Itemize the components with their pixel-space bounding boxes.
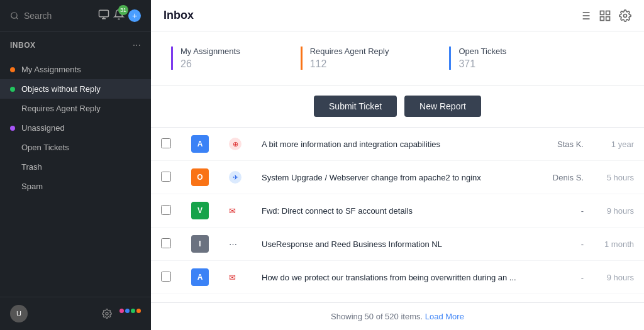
sidebar-item-spam[interactable]: Spam bbox=[0, 177, 151, 196]
footer-count: Showing 50 of 520 items. bbox=[331, 312, 423, 321]
search-icon bbox=[10, 11, 19, 20]
avatar: A bbox=[191, 268, 209, 286]
time-ago: 1 year bbox=[594, 128, 644, 161]
inbox-section: INBOX ··· bbox=[0, 32, 151, 60]
sidebar-nav: My Assignments Objects without Reply Req… bbox=[0, 60, 151, 196]
chat-icon: ⋯ bbox=[229, 239, 237, 249]
page-title: Inbox bbox=[164, 9, 194, 22]
agent-name: - bbox=[531, 261, 594, 294]
inbox-label: INBOX bbox=[10, 41, 36, 50]
sidebar-item-label: Unassigned bbox=[21, 123, 65, 133]
svg-rect-14 bbox=[601, 16, 604, 20]
avatar: O bbox=[191, 168, 209, 186]
svg-point-0 bbox=[11, 13, 17, 18]
email-icon: ✉ bbox=[229, 273, 236, 282]
avatar: I bbox=[191, 235, 209, 253]
table-row[interactable]: V ✉ Fwd: Direct connect to SF account de… bbox=[151, 194, 644, 228]
settings-icon[interactable] bbox=[102, 309, 112, 319]
agent-name: Denis S. bbox=[531, 161, 594, 194]
table-footer: Showing 50 of 520 items. Load More bbox=[151, 302, 644, 330]
top-icons: 31 + bbox=[98, 9, 141, 23]
table-row[interactable]: A ✉ How do we protect our translations f… bbox=[151, 261, 644, 294]
dot-orange bbox=[10, 67, 15, 72]
sidebar-item-unassigned[interactable]: Unassigned bbox=[0, 118, 151, 138]
stat-label: My Assignments bbox=[180, 47, 240, 56]
load-more-link[interactable]: Load More bbox=[425, 312, 464, 321]
bell-icon-wrap[interactable]: 31 bbox=[113, 9, 125, 23]
svg-rect-12 bbox=[601, 11, 604, 14]
colorful-icon bbox=[119, 309, 141, 319]
svg-rect-2 bbox=[99, 10, 109, 17]
monitor-icon bbox=[98, 9, 109, 20]
table-row[interactable]: A ⊕ A bit more information and integrati… bbox=[151, 128, 644, 161]
stat-label: Open Tickets bbox=[458, 47, 506, 56]
subject-text: UseResponse and Reed Business Informatio… bbox=[262, 239, 442, 249]
sidebar-item-trash[interactable]: Trash bbox=[0, 157, 151, 177]
stat-my-assignments: My Assignments 26 bbox=[171, 47, 270, 70]
table-wrap: A ⊕ A bit more information and integrati… bbox=[151, 128, 644, 302]
inbox-table: A ⊕ A bit more information and integrati… bbox=[151, 128, 644, 294]
svg-point-16 bbox=[624, 14, 627, 17]
table-row[interactable]: I ⋯ UseResponse and Reed Business Inform… bbox=[151, 228, 644, 261]
agent-name: - bbox=[531, 228, 594, 261]
sidebar-footer: U bbox=[0, 297, 151, 330]
time-ago: 9 hours bbox=[594, 194, 644, 228]
sidebar-top: Search 31 + bbox=[0, 0, 151, 32]
time-ago: 9 hours bbox=[594, 261, 644, 294]
subject-text: Fwd: Direct connect to SF account detail… bbox=[262, 206, 413, 216]
inbox-section-header: INBOX ··· bbox=[10, 40, 141, 51]
main-header: Inbox bbox=[151, 0, 644, 31]
user-avatar[interactable]: U bbox=[10, 305, 28, 322]
avatar: A bbox=[191, 135, 209, 153]
search-area[interactable]: Search bbox=[10, 11, 92, 21]
stat-label: Requires Agent Reply bbox=[310, 47, 389, 56]
svg-rect-13 bbox=[606, 11, 610, 14]
settings-header-icon[interactable] bbox=[619, 9, 631, 22]
more-icon[interactable]: ··· bbox=[133, 40, 141, 51]
new-report-button[interactable]: New Report bbox=[404, 96, 481, 117]
stat-value: 112 bbox=[310, 58, 389, 70]
monitor-icon-wrap[interactable] bbox=[98, 9, 109, 23]
stat-open-tickets: Open Tickets 371 bbox=[449, 47, 536, 70]
row-checkbox[interactable] bbox=[161, 138, 171, 148]
sidebar-item-label: My Assignments bbox=[21, 65, 81, 74]
subject-text: A bit more information and integration c… bbox=[262, 140, 440, 149]
header-actions bbox=[579, 9, 631, 22]
sidebar-item-requires-agent-reply[interactable]: Requires Agent Reply bbox=[0, 99, 151, 118]
lifebuoy-icon: ⊕ bbox=[229, 138, 242, 150]
submit-ticket-button[interactable]: Submit Ticket bbox=[314, 96, 397, 117]
table-row[interactable]: O ✈ System Upgrade / Webserver change fr… bbox=[151, 161, 644, 194]
row-checkbox[interactable] bbox=[161, 205, 171, 215]
sidebar-item-label: Open Tickets bbox=[21, 143, 69, 152]
sidebar-item-objects-without-reply[interactable]: Objects without Reply bbox=[0, 79, 151, 99]
stat-value: 26 bbox=[180, 58, 240, 70]
search-label: Search bbox=[24, 11, 52, 21]
time-ago: 5 hours bbox=[594, 161, 644, 194]
action-row: Submit Ticket New Report bbox=[151, 85, 644, 128]
notification-badge: 31 bbox=[118, 5, 128, 15]
subject-text: System Upgrade / Webserver change from a… bbox=[262, 173, 481, 182]
agent-name: Stas K. bbox=[531, 128, 594, 161]
filter-icon[interactable] bbox=[579, 9, 591, 22]
add-button[interactable]: + bbox=[128, 9, 141, 22]
dot-purple bbox=[10, 126, 15, 131]
svg-line-1 bbox=[16, 18, 18, 19]
sidebar: Search 31 + INBOX ··· My Assignments Obj… bbox=[0, 0, 151, 330]
grid-icon[interactable] bbox=[599, 9, 611, 22]
stat-requires-agent-reply: Requires Agent Reply 112 bbox=[301, 47, 419, 70]
sidebar-item-label: Objects without Reply bbox=[21, 84, 101, 94]
row-checkbox[interactable] bbox=[161, 272, 171, 282]
stats-bar: My Assignments 26 Requires Agent Reply 1… bbox=[151, 31, 644, 85]
sidebar-item-open-tickets[interactable]: Open Tickets bbox=[0, 138, 151, 157]
row-checkbox[interactable] bbox=[161, 172, 171, 182]
svg-point-5 bbox=[106, 312, 108, 315]
svg-rect-15 bbox=[606, 16, 610, 20]
stat-value: 371 bbox=[458, 58, 506, 70]
footer-icons bbox=[102, 309, 141, 319]
telegram-icon: ✈ bbox=[229, 171, 242, 184]
row-checkbox[interactable] bbox=[161, 238, 171, 248]
sidebar-item-my-assignments[interactable]: My Assignments bbox=[0, 60, 151, 79]
sidebar-item-label: Trash bbox=[21, 162, 42, 172]
sidebar-item-label: Spam bbox=[21, 182, 43, 191]
agent-name: - bbox=[531, 194, 594, 228]
